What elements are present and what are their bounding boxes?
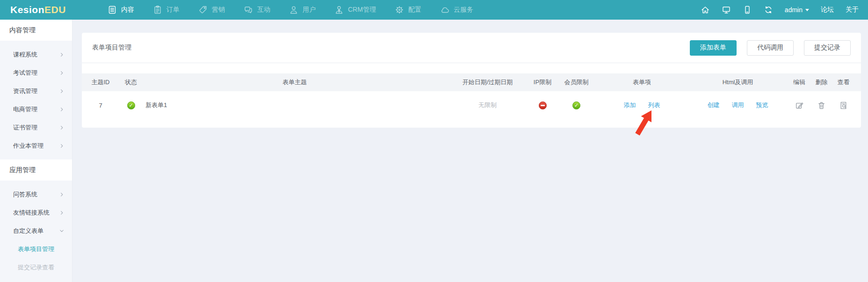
sidebar-group: 问答系统友情链接系统自定义表单表单项目管理提交记录查看 — [0, 181, 72, 281]
sidebar-item-label: 作业本管理 — [13, 142, 43, 150]
sidebar-item-ecommerce-management[interactable]: 电商管理 — [0, 100, 72, 118]
chevron-right-icon — [59, 210, 65, 216]
admin-dropdown[interactable]: admin — [785, 6, 809, 14]
content-card: 表单项目管理 添加表单 代码调用 提交记录 主题ID状态表单主题开始日期/过期日… — [82, 33, 861, 128]
sidebar-subitem-label: 提交记录查看 — [18, 263, 54, 272]
submit-records-button[interactable]: 提交记录 — [804, 40, 851, 56]
nav-item-users[interactable]: 用户 — [280, 0, 325, 20]
add-form-button[interactable]: 添加表单 — [690, 40, 737, 56]
forum-link[interactable]: 论坛 — [821, 6, 834, 14]
status-blocked-icon — [539, 101, 547, 109]
sidebar-item-label: 电商管理 — [13, 105, 37, 114]
sidebar-item-certificate-management[interactable]: 证书管理 — [0, 118, 72, 137]
nav-item-crm[interactable]: CRM管理 — [325, 0, 385, 20]
refresh-icon[interactable] — [764, 5, 773, 14]
sidebar-subitem-submission-records[interactable]: 提交记录查看 — [0, 258, 72, 276]
link-preview[interactable]: 预览 — [756, 101, 768, 109]
sidebar-group: 课程系统考试管理资讯管理电商管理证书管理作业本管理 — [0, 41, 72, 159]
nav-item-cloud[interactable]: 云服务 — [431, 0, 483, 20]
chevron-right-icon — [59, 125, 65, 130]
toolbar: 添加表单 代码调用 提交记录 — [690, 40, 851, 56]
column-header: 删除 — [810, 78, 832, 87]
main-nav: 内容订单营销互动用户CRM管理配置云服务 — [98, 0, 483, 20]
chevron-right-icon — [59, 143, 65, 149]
monitor-icon[interactable] — [722, 5, 731, 14]
user-icon — [289, 5, 298, 14]
forms-table: 主题ID状态表单主题开始日期/过期日期IP限制会员限制表单项Html及调用编辑删… — [82, 73, 861, 119]
page-title: 表单项目管理 — [92, 43, 131, 52]
sidebar-item-friend-link-system[interactable]: 友情链接系统 — [0, 203, 72, 222]
chevron-down-icon — [805, 9, 809, 11]
sidebar-subitem-form-project-management[interactable]: 表单项目管理 — [0, 240, 72, 258]
sidebar-item-label: 课程系统 — [13, 51, 37, 59]
tag-icon — [198, 5, 208, 14]
chevron-right-icon — [59, 52, 65, 58]
link-add[interactable]: 添加 — [624, 101, 636, 109]
top-navbar: KesionEDU 内容订单营销互动用户CRM管理配置云服务 admin 论坛 … — [0, 0, 868, 20]
chevron-right-icon — [59, 88, 65, 94]
sidebar-section-title: 内容管理 — [0, 20, 72, 41]
crm-user-icon — [334, 5, 344, 14]
sidebar: 内容管理课程系统考试管理资讯管理电商管理证书管理作业本管理应用管理问答系统友情链… — [0, 20, 72, 282]
sidebar-item-exam-management[interactable]: 考试管理 — [0, 64, 72, 82]
nav-item-interaction[interactable]: 互动 — [234, 0, 280, 20]
gear-icon — [395, 5, 404, 14]
sidebar-subitem-label: 表单项目管理 — [18, 245, 54, 253]
sidebar-item-course-system[interactable]: 课程系统 — [0, 45, 72, 64]
sidebar-item-label: 问答系统 — [13, 190, 37, 199]
nav-item-marketing[interactable]: 营销 — [189, 0, 234, 20]
clipboard-icon — [153, 5, 162, 14]
delete-icon[interactable] — [817, 101, 826, 110]
edit-icon[interactable] — [795, 101, 804, 110]
chevron-right-icon — [59, 192, 65, 197]
logo-accent: EDU — [44, 4, 66, 15]
table-row: 7✓新表单1无限制✓添加列表创建调用预览 — [82, 91, 861, 119]
home-icon[interactable] — [701, 5, 710, 14]
form-subject: 新表单1 — [145, 101, 167, 109]
card-header: 表单项目管理 添加表单 代码调用 提交记录 — [82, 33, 861, 63]
document-icon — [108, 5, 117, 14]
chat-icon — [244, 5, 253, 14]
column-header: 查看 — [832, 78, 854, 87]
date-limit: 无限制 — [478, 101, 497, 109]
status-ok-icon: ✓ — [572, 101, 580, 109]
link-invoke[interactable]: 调用 — [732, 101, 744, 109]
logo-primary: Kesion — [10, 4, 44, 15]
sidebar-item-label: 考试管理 — [13, 69, 37, 77]
nav-item-label: 互动 — [257, 6, 270, 14]
nav-item-orders[interactable]: 订单 — [144, 0, 189, 20]
nav-item-content[interactable]: 内容 — [98, 0, 144, 20]
column-header: 开始日期/过期日期 — [447, 78, 528, 87]
about-link[interactable]: 关于 — [846, 6, 859, 14]
column-header: 表单主题 — [143, 78, 447, 87]
nav-item-settings[interactable]: 配置 — [385, 0, 431, 20]
nav-item-label: 云服务 — [454, 6, 473, 14]
nav-item-label: 用户 — [303, 6, 316, 14]
view-icon[interactable] — [839, 101, 848, 110]
nav-item-label: 订单 — [166, 6, 180, 14]
column-header: 表单项 — [596, 78, 687, 87]
sidebar-item-label: 资讯管理 — [13, 87, 37, 95]
nav-item-label: 营销 — [212, 6, 225, 14]
column-header: IP限制 — [528, 78, 557, 87]
mobile-icon[interactable] — [743, 5, 752, 14]
sidebar-item-label: 证书管理 — [13, 123, 37, 132]
link-list[interactable]: 列表 — [648, 101, 660, 109]
chevron-down-icon — [59, 228, 65, 234]
table-header-row: 主题ID状态表单主题开始日期/过期日期IP限制会员限制表单项Html及调用编辑删… — [82, 73, 861, 91]
admin-username: admin — [785, 6, 803, 14]
chevron-right-icon — [59, 70, 65, 76]
sidebar-item-qa-system[interactable]: 问答系统 — [0, 185, 72, 203]
sidebar-item-custom-forms[interactable]: 自定义表单 — [0, 222, 72, 240]
nav-item-label: 内容 — [121, 6, 134, 14]
column-header: 状态 — [119, 78, 143, 87]
cloud-icon — [440, 5, 449, 14]
code-call-button[interactable]: 代码调用 — [747, 40, 794, 56]
link-create[interactable]: 创建 — [708, 101, 720, 109]
chevron-right-icon — [59, 107, 65, 112]
navbar-quick-icons — [701, 5, 773, 14]
navbar-right: admin 论坛 关于 — [701, 5, 868, 14]
sidebar-item-news-management[interactable]: 资讯管理 — [0, 82, 72, 100]
app-logo: KesionEDU — [0, 4, 72, 15]
sidebar-item-workbook-management[interactable]: 作业本管理 — [0, 137, 72, 155]
